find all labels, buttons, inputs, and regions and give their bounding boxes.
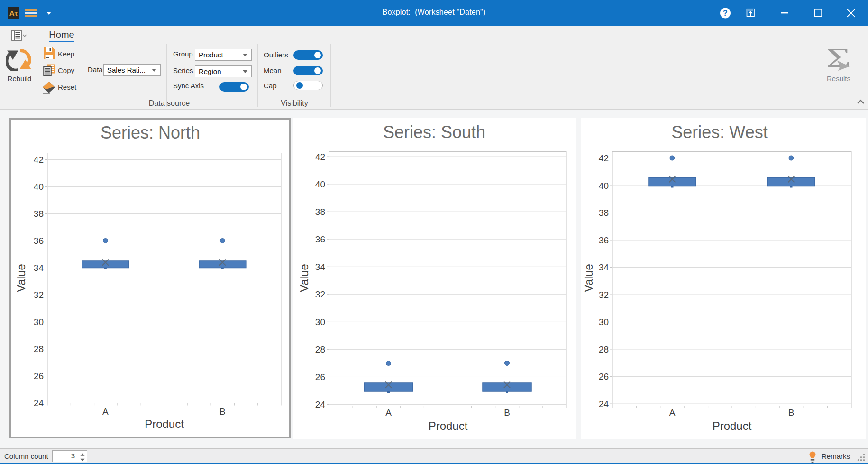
svg-text:34: 34	[34, 263, 44, 273]
svg-text:26: 26	[315, 371, 325, 381]
svg-text:B: B	[219, 407, 226, 417]
svg-text:28: 28	[599, 344, 609, 354]
svg-text:B: B	[504, 408, 510, 418]
svg-text:32: 32	[599, 289, 609, 299]
svg-text:36: 36	[34, 236, 44, 246]
svg-text:Product: Product	[145, 418, 184, 430]
svg-text:24: 24	[315, 399, 326, 409]
svg-text:Σ: Σ	[826, 46, 851, 73]
svg-text:Series: North: Series: North	[101, 123, 200, 142]
svg-text:A: A	[102, 407, 109, 417]
svg-text:28: 28	[315, 344, 325, 354]
svg-text:Value: Value	[298, 264, 311, 292]
svg-text:42: 42	[34, 155, 44, 165]
svg-text:28: 28	[34, 344, 44, 354]
svg-text:40: 40	[599, 180, 609, 190]
svg-text:38: 38	[599, 208, 609, 218]
svg-text:38: 38	[315, 206, 325, 216]
svg-text:30: 30	[599, 317, 609, 327]
svg-text:Product: Product	[713, 419, 752, 432]
svg-text:40: 40	[34, 182, 44, 192]
svg-text:26: 26	[34, 371, 44, 381]
svg-text:36: 36	[315, 234, 325, 244]
svg-text:24: 24	[34, 398, 44, 408]
svg-text:42: 42	[315, 151, 325, 161]
svg-text:32: 32	[34, 290, 44, 300]
svg-text:40: 40	[315, 179, 325, 189]
svg-text:Series: West: Series: West	[671, 122, 767, 142]
svg-text:Series: South: Series: South	[383, 122, 485, 142]
svg-text:30: 30	[34, 317, 44, 327]
svg-text:26: 26	[599, 371, 609, 381]
svg-text:34: 34	[315, 261, 326, 271]
svg-text:42: 42	[599, 153, 609, 163]
svg-text:B: B	[788, 408, 795, 418]
svg-text:38: 38	[34, 209, 44, 219]
svg-text:A: A	[669, 408, 676, 418]
svg-text:?: ?	[723, 9, 728, 17]
svg-text:30: 30	[315, 316, 325, 326]
svg-text:Product: Product	[429, 419, 468, 432]
svg-text:Value: Value	[582, 264, 595, 292]
svg-text:36: 36	[599, 235, 609, 245]
svg-text:Value: Value	[15, 264, 27, 292]
svg-text:A: A	[385, 408, 392, 418]
svg-text:24: 24	[599, 399, 609, 408]
svg-text:34: 34	[599, 262, 609, 272]
svg-text:32: 32	[315, 289, 325, 299]
